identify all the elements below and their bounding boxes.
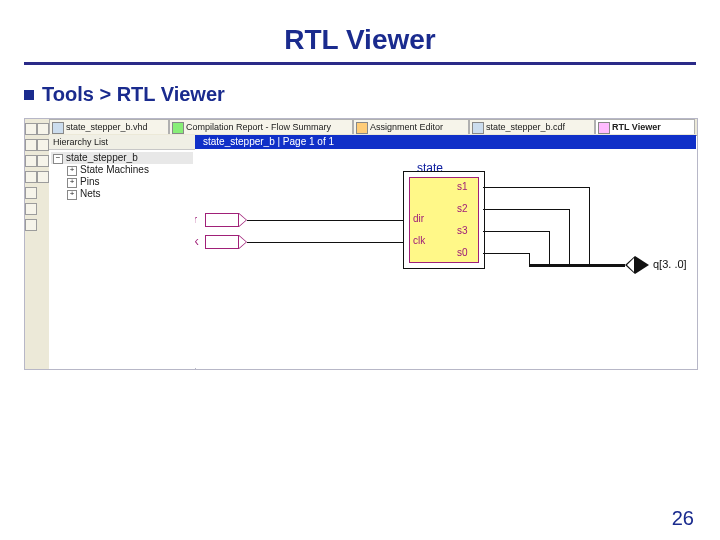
expand-icon[interactable]: + [67, 178, 77, 188]
collapse-icon[interactable]: − [53, 154, 63, 164]
schematic-canvas[interactable]: state_stepper_b | Page 1 of 1 state dir … [195, 135, 696, 368]
schematic-icon [598, 122, 610, 134]
wire [589, 187, 590, 265]
tab-file-vhd[interactable]: state_stepper_b.vhd [49, 119, 169, 134]
input-pin-dir[interactable] [205, 213, 247, 227]
rail-button[interactable] [25, 203, 37, 215]
bullet-text: Tools > RTL Viewer [42, 83, 225, 105]
port-label: dir [413, 213, 424, 224]
output-buffer-icon[interactable] [625, 256, 649, 274]
bus-wire [529, 264, 625, 267]
waveform-icon [472, 122, 484, 134]
screenshot-container: state_stepper_b.vhd Compilation Report -… [24, 118, 698, 370]
tab-label: state_stepper_b.cdf [486, 122, 565, 132]
port-label: s2 [457, 203, 468, 214]
hierarchy-tree[interactable]: −state_stepper_b +State Machines +Pins +… [49, 150, 195, 200]
rail-button[interactable] [37, 155, 49, 167]
tree-item-pins[interactable]: +Pins [51, 176, 193, 188]
hierarchy-header: Hierarchy List [49, 135, 195, 150]
tree-item-nets[interactable]: +Nets [51, 188, 193, 200]
tab-file-cdf[interactable]: state_stepper_b.cdf [469, 119, 595, 134]
port-label: s1 [457, 181, 468, 192]
output-label: q[3. .0] [653, 258, 687, 270]
tab-label: RTL Viewer [612, 122, 661, 132]
tab-compilation-report[interactable]: Compilation Report - Flow Summary [169, 119, 353, 134]
rail-button[interactable] [25, 123, 37, 135]
rail-button[interactable] [37, 171, 49, 183]
rail-button[interactable] [25, 219, 37, 231]
report-icon [172, 122, 184, 134]
pin-label-clk: clk [195, 235, 198, 247]
tree-label: Pins [80, 176, 99, 187]
tree-label: Nets [80, 188, 101, 199]
tree-root[interactable]: −state_stepper_b [51, 152, 193, 164]
wire [247, 242, 403, 243]
title-rule [24, 62, 696, 65]
tab-label: Assignment Editor [370, 122, 443, 132]
rail-button[interactable] [25, 139, 37, 151]
schematic-layer: state dir clk dir clk s1 s2 s3 s0 [195, 149, 696, 368]
rail-button[interactable] [25, 155, 37, 167]
input-pin-clk[interactable] [205, 235, 247, 249]
expand-icon[interactable]: + [67, 190, 77, 200]
bullet-line: Tools > RTL Viewer [24, 83, 696, 106]
pin-label-dir: dir [195, 213, 197, 225]
expand-icon[interactable]: + [67, 166, 77, 176]
wire [483, 187, 589, 188]
wire [483, 209, 569, 210]
tab-strip: state_stepper_b.vhd Compilation Report -… [49, 119, 697, 136]
port-label: clk [413, 235, 425, 246]
port-label: s3 [457, 225, 468, 236]
wire [549, 231, 550, 265]
tab-label: state_stepper_b.vhd [66, 122, 148, 132]
tree-label: state_stepper_b [66, 152, 138, 163]
hierarchy-panel: Hierarchy List −state_stepper_b +State M… [49, 135, 196, 369]
wire [483, 253, 529, 254]
wire [569, 209, 570, 265]
wire [483, 231, 549, 232]
rail-button[interactable] [37, 139, 49, 151]
rail-button[interactable] [37, 123, 49, 135]
tree-label: State Machines [80, 164, 149, 175]
tab-rtl-viewer[interactable]: RTL Viewer [595, 119, 695, 134]
wire [247, 220, 403, 221]
bullet-square-icon [24, 90, 34, 100]
rail-button[interactable] [25, 187, 37, 199]
slide-title: RTL Viewer [24, 24, 696, 56]
canvas-header: state_stepper_b | Page 1 of 1 [195, 135, 696, 149]
tree-item-state-machines[interactable]: +State Machines [51, 164, 193, 176]
editor-icon [356, 122, 368, 134]
tab-assignment-editor[interactable]: Assignment Editor [353, 119, 469, 134]
document-icon [52, 122, 64, 134]
page-number: 26 [672, 507, 694, 530]
rail-button[interactable] [25, 171, 37, 183]
port-label: s0 [457, 247, 468, 258]
tab-label: Compilation Report - Flow Summary [186, 122, 331, 132]
